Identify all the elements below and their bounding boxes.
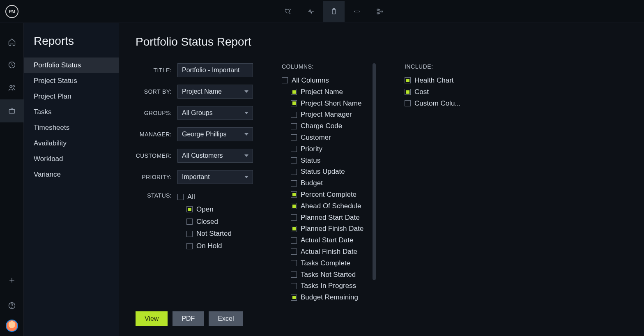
checkbox-icon	[291, 112, 297, 118]
title-label: TITLE:	[136, 67, 172, 74]
avatar[interactable]	[6, 320, 18, 332]
column-checkbox[interactable]: Planned Start Date	[291, 213, 363, 223]
checkbox-icon	[291, 100, 297, 106]
scrollbar[interactable]	[373, 63, 376, 280]
svg-rect-6	[381, 11, 383, 12]
column-checkbox[interactable]: Priority	[291, 144, 363, 154]
clock-icon[interactable]	[0, 53, 24, 76]
help-icon[interactable]	[0, 294, 24, 317]
groups-select[interactable]: All Groups	[177, 106, 253, 120]
clipboard-icon[interactable]	[323, 1, 345, 22]
checkbox-icon	[291, 157, 297, 163]
column-checkbox[interactable]: Status	[291, 156, 363, 166]
checkbox-icon	[291, 283, 297, 289]
manager-select[interactable]: George Phillips	[177, 127, 253, 141]
logo[interactable]: PM	[0, 5, 24, 18]
report-item[interactable]: Workload	[24, 151, 119, 167]
checkbox-icon	[291, 191, 297, 198]
status-checkbox[interactable]: On Hold	[186, 241, 232, 251]
checkbox-icon	[291, 260, 297, 266]
svg-rect-3	[354, 11, 359, 12]
column-checkbox[interactable]: Charge Code	[291, 121, 363, 131]
chevron-down-icon	[244, 176, 248, 178]
column-checkbox[interactable]: Percent Complete	[291, 190, 363, 200]
include-checkbox[interactable]: Custom Colu...	[405, 99, 470, 108]
reports-panel: Reports Portfolio StatusProject StatusPr…	[24, 23, 119, 336]
column-checkbox[interactable]: Project Manager	[291, 110, 363, 120]
column-checkbox[interactable]: Actual Finish Date	[291, 247, 363, 257]
column-checkbox[interactable]: Project Name	[291, 87, 363, 97]
sortby-label: SORT BY:	[136, 88, 172, 95]
column-checkbox[interactable]: Budget Remaining	[291, 292, 363, 302]
report-item[interactable]: Tasks	[24, 104, 119, 120]
status-checkbox[interactable]: Open	[186, 205, 232, 214]
pdf-button[interactable]: PDF	[172, 311, 204, 326]
logo-badge: PM	[5, 5, 18, 18]
column-checkbox[interactable]: Project Short Name	[291, 99, 363, 108]
column-checkbox[interactable]: Tasks Not Started	[291, 270, 363, 280]
checkbox-icon	[186, 206, 193, 212]
activity-icon[interactable]	[300, 1, 322, 22]
scrollbar-thumb[interactable]	[373, 63, 376, 280]
report-item[interactable]: Variance	[24, 167, 119, 182]
include-checkbox[interactable]: Health Chart	[405, 76, 470, 85]
people-icon[interactable]	[0, 76, 24, 99]
excel-button[interactable]: Excel	[209, 311, 243, 326]
nav-rail	[0, 23, 24, 336]
svg-point-9	[13, 85, 14, 87]
column-checkbox[interactable]: Status Update	[291, 167, 363, 177]
svg-point-8	[10, 85, 12, 87]
link-icon[interactable]	[346, 1, 368, 22]
checkbox-icon	[291, 169, 297, 175]
include-section: INCLUDE: Health ChartCostCustom Colu...	[405, 63, 470, 303]
checkbox-icon	[186, 243, 193, 249]
topbar-center	[24, 1, 644, 22]
column-checkbox[interactable]: Ahead Of Schedule	[291, 201, 363, 211]
column-checkbox[interactable]: Customer	[291, 133, 363, 143]
home-icon[interactable]	[0, 30, 24, 53]
briefcase-icon[interactable]	[0, 99, 24, 122]
status-checkbox[interactable]: Closed	[186, 217, 232, 227]
checkbox-icon	[291, 272, 297, 278]
chevron-down-icon	[244, 133, 248, 136]
all-columns-checkbox[interactable]: All Columns	[282, 76, 363, 85]
report-item[interactable]: Availability	[24, 136, 119, 151]
checkbox-icon	[282, 77, 288, 83]
checkbox-icon	[291, 180, 297, 186]
chevron-down-icon	[244, 112, 248, 114]
priority-select[interactable]: Important	[177, 170, 253, 184]
status-label: STATUS:	[136, 191, 172, 199]
sortby-select[interactable]: Project Name	[177, 85, 253, 99]
add-icon[interactable]	[0, 269, 24, 292]
svg-rect-4	[377, 9, 379, 10]
report-item[interactable]: Portfolio Status	[24, 58, 119, 73]
view-button[interactable]: View	[136, 311, 168, 326]
status-all-checkbox[interactable]: All	[177, 192, 232, 202]
topbar: PM	[0, 0, 644, 23]
groups-label: GROUPS:	[136, 110, 172, 116]
column-checkbox[interactable]: Actual Start Date	[291, 235, 363, 245]
report-item[interactable]: Timesheets	[24, 120, 119, 136]
report-item[interactable]: Project Status	[24, 73, 119, 89]
reports-title: Reports	[24, 35, 119, 58]
title-input[interactable]: Portfolio - Important	[177, 63, 253, 77]
chevron-down-icon	[244, 154, 248, 157]
search-icon[interactable]	[277, 1, 299, 22]
column-checkbox[interactable]: Tasks In Progress	[291, 281, 363, 291]
checkbox-icon	[291, 123, 297, 129]
priority-label: PRIORITY:	[136, 174, 172, 180]
report-item[interactable]: Project Plan	[24, 89, 119, 104]
columns-header: COLUMNS:	[282, 63, 363, 70]
flow-icon[interactable]	[369, 1, 391, 22]
include-checkbox[interactable]: Cost	[405, 87, 470, 97]
column-checkbox[interactable]: Tasks Complete	[291, 258, 363, 268]
checkbox-icon	[405, 77, 411, 83]
customer-select[interactable]: All Customers	[177, 149, 253, 163]
checkbox-icon	[291, 214, 297, 221]
column-checkbox[interactable]: Planned Finish Date	[291, 224, 363, 234]
checkbox-icon	[291, 237, 297, 244]
status-checkbox[interactable]: Not Started	[186, 229, 232, 239]
content: Portfolio Status Report TITLE: Portfolio…	[119, 23, 644, 336]
checkbox-icon	[405, 89, 411, 95]
column-checkbox[interactable]: Budget	[291, 178, 363, 188]
